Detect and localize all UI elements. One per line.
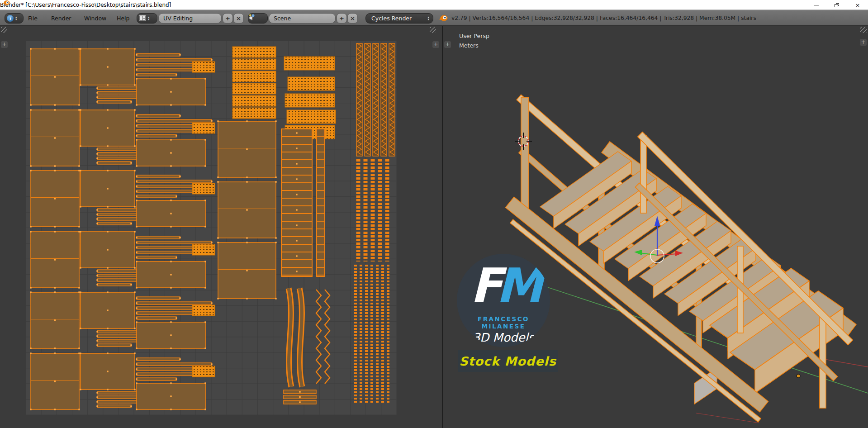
add-layout-button[interactable]: + xyxy=(223,13,233,24)
region-expand-icon[interactable]: + xyxy=(859,38,867,46)
engine-label: Cycles Render xyxy=(371,15,412,22)
scene-selector[interactable]: ▴▾ xyxy=(248,13,268,24)
scene-icon xyxy=(248,14,256,20)
chevron-updown-icon: ▴▾ xyxy=(148,16,150,21)
chevron-updown-icon: ▴▾ xyxy=(427,16,429,21)
restore-icon xyxy=(835,3,839,7)
uv-editor-pane: + + xyxy=(0,26,442,428)
fm-name-label: FRANCESCO MILANESE xyxy=(457,315,550,330)
render-engine-dropdown[interactable]: Cycles Render ▴▾ xyxy=(365,13,433,24)
region-expand-icon[interactable]: + xyxy=(444,41,451,48)
unit-label: Meters xyxy=(459,41,489,50)
scene-statistics: v2.79 | Verts:16,564/16,564 | Edges:32,9… xyxy=(451,10,756,26)
region-expand-icon[interactable]: + xyxy=(0,41,8,48)
menu-window[interactable]: Window xyxy=(84,10,106,26)
uv-canvas[interactable] xyxy=(0,26,442,428)
blender-logo-icon xyxy=(3,0,10,5)
restore-button[interactable] xyxy=(826,0,847,10)
menu-file[interactable]: File xyxy=(28,10,38,26)
minimize-icon xyxy=(814,5,819,5)
corner-resize-grip[interactable] xyxy=(430,27,436,33)
blender-logo-icon xyxy=(439,14,448,22)
chevron-updown-icon: ▴▾ xyxy=(15,16,17,21)
fm-letters: FM xyxy=(457,262,550,312)
add-scene-button[interactable]: + xyxy=(337,13,347,24)
delete-layout-button[interactable]: × xyxy=(233,13,244,24)
menu-render[interactable]: Render xyxy=(51,10,71,26)
screen-layout-name-field[interactable]: UV Editing xyxy=(158,13,222,24)
editor-type-selector[interactable]: i ▴▾ xyxy=(5,13,24,24)
scene-name-field[interactable]: Scene xyxy=(269,13,336,24)
menu-help[interactable]: Help xyxy=(117,10,130,26)
view-name-label: User Persp xyxy=(459,31,489,41)
blender-window: { "title_bar": { "title": "Blender* [C:\… xyxy=(0,0,868,428)
stock-models-badge: Stock Models xyxy=(458,350,558,372)
info-editor-icon: i xyxy=(7,15,14,22)
close-icon: × xyxy=(855,2,860,9)
fm-watermark-logo: FM FRANCESCO MILANESE 3D Models xyxy=(457,254,550,347)
viewport-3d-pane: User Persp Meters + + FM FRANCESCO MILAN… xyxy=(443,26,868,428)
close-button[interactable]: × xyxy=(847,0,868,10)
corner-resize-grip[interactable] xyxy=(1,27,7,33)
info-header: i ▴▾ File Render Window Help ▴▾ UV Editi… xyxy=(0,10,868,26)
title-bar: Blender* [C:\Users\Francesco-Fisso\Deskt… xyxy=(0,0,868,10)
screen-layout-selector[interactable]: ▴▾ xyxy=(137,13,157,24)
corner-resize-grip[interactable] xyxy=(860,27,867,33)
viewport-overlay-text: User Persp Meters xyxy=(459,31,489,50)
delete-scene-button[interactable]: × xyxy=(347,13,358,24)
window-title: Blender* [C:\Users\Francesco-Fisso\Deskt… xyxy=(0,2,171,8)
region-expand-icon[interactable]: + xyxy=(432,41,440,48)
screen-layout-icon xyxy=(139,15,146,21)
minimize-button[interactable] xyxy=(806,0,826,10)
